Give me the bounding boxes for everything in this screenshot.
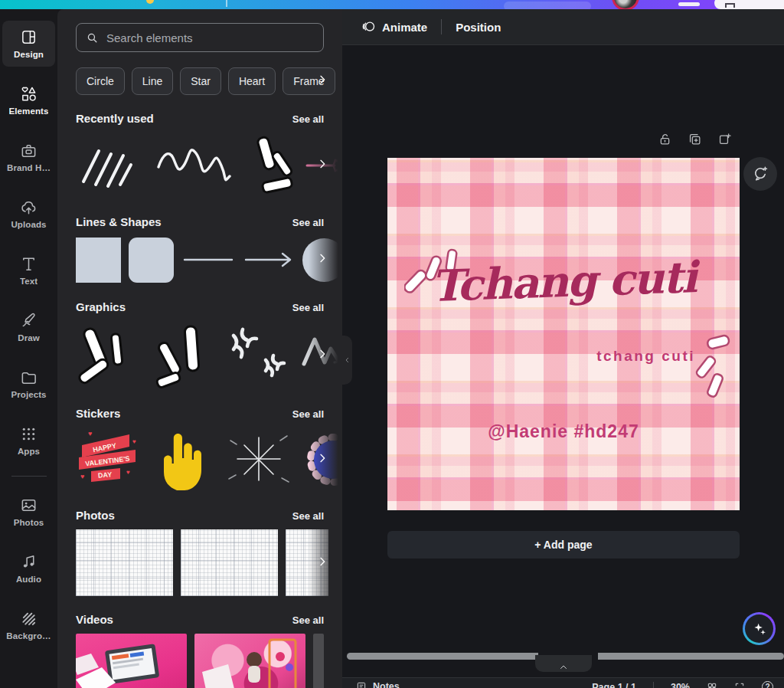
lines-shapes-row: [76, 236, 342, 283]
magic-assistant-button[interactable]: [743, 612, 776, 645]
search-input[interactable]: Search elements: [76, 23, 324, 52]
comment-button[interactable]: [743, 157, 777, 191]
graphics-row: [76, 321, 342, 390]
canvas-area: Animate Position: [342, 9, 784, 688]
unlock-icon[interactable]: [658, 132, 672, 146]
pointing-hand-sticker[interactable]: [148, 428, 218, 492]
svg-text:♥: ♥: [80, 473, 84, 480]
lines-shapes-scroll-right-button[interactable]: [316, 252, 328, 267]
sidebar-item-brand-hub[interactable]: Brand H…: [2, 134, 55, 180]
photos-row: [76, 529, 342, 596]
grid-view-icon[interactable]: [707, 682, 717, 688]
svg-text:♥: ♥: [132, 438, 136, 445]
graph-paper-photo[interactable]: [76, 529, 173, 596]
sidebar-item-apps[interactable]: Apps: [2, 418, 55, 464]
chevron-left-icon: [344, 355, 351, 365]
recently-used-scroll-right-button[interactable]: [316, 158, 328, 173]
section-title-graphics: Graphics: [76, 300, 126, 313]
videos-row: [76, 634, 342, 688]
speed-lines-graphic[interactable]: [154, 322, 215, 389]
see-all-photos[interactable]: See all: [292, 510, 324, 522]
section-title-videos: Videos: [76, 613, 113, 626]
see-all-stickers[interactable]: See all: [292, 408, 324, 420]
line-element[interactable]: [181, 252, 235, 267]
chip-star[interactable]: Star: [180, 67, 221, 95]
fullscreen-icon[interactable]: [734, 682, 745, 688]
page-controls: [658, 132, 732, 146]
elements-panel: Search elements Circle Line Star Heart F…: [57, 9, 342, 688]
sidebar-item-design[interactable]: Design: [2, 21, 55, 67]
photos-scroll-right-button[interactable]: [316, 555, 328, 571]
section-title-stickers: Stickers: [76, 407, 120, 420]
scribble-element[interactable]: [154, 133, 232, 198]
anger-sparkle-graphic[interactable]: [223, 322, 293, 389]
avatar[interactable]: [612, 0, 639, 9]
share-button[interactable]: [714, 0, 784, 9]
stickers-row: ♥♥ ♥♥ HAPPY VALENTINE'S DAY: [76, 428, 342, 492]
design-subtitle-text[interactable]: tchang cuti: [596, 348, 695, 365]
sidebar-item-background[interactable]: Backgro…: [2, 602, 55, 648]
collapse-panel-button[interactable]: [342, 336, 352, 385]
elements-icon: [20, 85, 38, 103]
pink-room-video-thumbnail[interactable]: [194, 634, 305, 688]
notes-icon: [356, 681, 367, 688]
see-all-graphics[interactable]: See all: [292, 302, 324, 313]
crown-icon: [146, 0, 154, 4]
see-all-videos[interactable]: See all: [292, 614, 324, 626]
chip-line[interactable]: Line: [132, 67, 173, 95]
emphasis-marks-right: [686, 334, 732, 398]
sidebar-item-photos[interactable]: Photos: [2, 489, 55, 535]
add-page-button[interactable]: + Add page: [387, 531, 740, 559]
see-all-lines-shapes[interactable]: See all: [292, 217, 324, 228]
workspace: Tchang cuti tchang cuti @Haenie #hd247 +…: [342, 45, 784, 688]
chip-circle[interactable]: Circle: [76, 67, 125, 95]
hatch-lines-element[interactable]: [76, 134, 146, 197]
zoom-level[interactable]: 30%: [671, 682, 690, 688]
sidebar-item-uploads[interactable]: Uploads: [2, 191, 55, 237]
design-icon: [20, 28, 38, 46]
arrow-line-element[interactable]: [243, 251, 295, 269]
statusbar-divider: [653, 682, 654, 688]
stickers-scroll-right-button[interactable]: [316, 452, 328, 467]
sidebar-item-elements[interactable]: Elements: [2, 77, 55, 123]
status-bar: Notes Page 1 / 1 30% ?: [342, 677, 784, 688]
search-placeholder: Search elements: [106, 31, 193, 44]
position-button[interactable]: Position: [456, 21, 501, 34]
emphasis-marks-element[interactable]: [240, 133, 296, 198]
rounded-square-shape-element[interactable]: [129, 238, 174, 283]
sidebar-item-text[interactable]: Text: [2, 247, 55, 293]
graphics-scroll-right-button[interactable]: [316, 348, 328, 363]
music-note-icon: [20, 553, 38, 571]
animate-button[interactable]: Animate: [361, 19, 427, 34]
valentines-banner-sticker[interactable]: ♥♥ ♥♥ HAPPY VALENTINE'S DAY: [76, 428, 140, 491]
sidebar-item-projects[interactable]: Projects: [2, 361, 55, 407]
background-stripes-icon: [20, 610, 38, 627]
laptop-video-thumbnail[interactable]: [76, 634, 187, 688]
square-shape-element[interactable]: [76, 238, 121, 283]
duplicate-page-icon[interactable]: [688, 132, 702, 146]
sparkle-burst-sticker[interactable]: [226, 428, 292, 491]
see-all-recently-used[interactable]: See all: [292, 113, 324, 125]
chips-scroll-right-button[interactable]: [316, 74, 328, 89]
sidebar: Design Elements Brand H… Uploads Text Dr…: [0, 9, 57, 688]
graph-paper-photo[interactable]: [181, 529, 278, 596]
notes-button[interactable]: Notes: [356, 681, 400, 688]
design-page[interactable]: Tchang cuti tchang cuti @Haenie #hd247: [387, 158, 740, 510]
design-title-text[interactable]: Tchang cuti: [402, 251, 725, 313]
sparkles-icon: [751, 621, 768, 637]
sidebar-item-draw[interactable]: Draw: [2, 304, 55, 350]
banner-line-3: DAY: [98, 470, 113, 480]
video-thumbnail[interactable]: [313, 634, 324, 688]
expand-bottom-panel-button[interactable]: [535, 655, 592, 672]
design-handle-text[interactable]: @Haenie #hd247: [387, 421, 740, 442]
chip-heart[interactable]: Heart: [228, 67, 276, 95]
present-icon[interactable]: [678, 2, 700, 6]
sidebar-item-audio[interactable]: Audio: [2, 545, 55, 591]
folder-icon: [20, 369, 38, 386]
header-button[interactable]: [504, 2, 591, 9]
comment-plus-icon: [752, 165, 769, 182]
speed-lines-graphic[interactable]: [76, 322, 146, 389]
add-page-icon[interactable]: [717, 132, 732, 146]
pen-icon: [20, 312, 38, 329]
help-button[interactable]: ?: [762, 681, 773, 688]
